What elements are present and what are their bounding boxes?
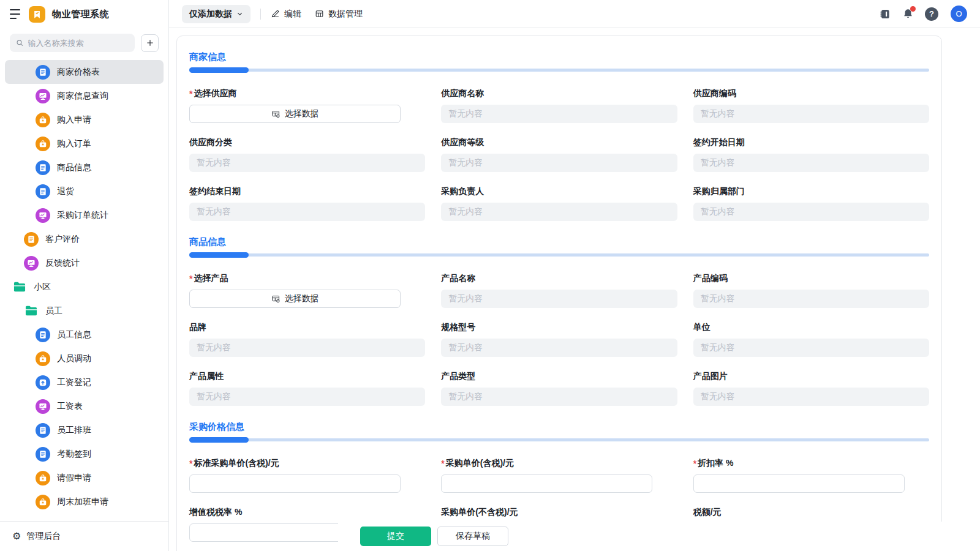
notification-dot	[910, 6, 916, 12]
sidebar-item[interactable]: 商品信息	[5, 156, 164, 179]
readonly-field: 暂无内容	[189, 388, 425, 406]
sidebar-item[interactable]: 员工信息	[5, 323, 164, 347]
doc-icon	[36, 184, 50, 199]
sidebar-item-label: 采购订单统计	[57, 210, 108, 221]
form-row: 签约结束日期 暂无内容 采购负责人 暂无内容 采购归属部门 暂无内容	[189, 186, 929, 221]
chevron-down-icon	[236, 10, 243, 17]
form-row: *选择供应商 选择数据 供应商名称 暂无内容 供应商编码 暂无内容	[189, 88, 929, 123]
section-title: 采购价格信息	[189, 422, 929, 432]
avatar[interactable]: O	[951, 6, 967, 22]
sidebar-item[interactable]: 客户评价	[5, 227, 164, 251]
form-field: 签约开始日期 暂无内容	[693, 137, 929, 172]
sidebar-item[interactable]: 周末加班申请	[5, 490, 164, 514]
mode-dropdown[interactable]: 仅添加数据	[182, 5, 251, 23]
text-input[interactable]	[189, 474, 401, 493]
edit-button-label: 编辑	[284, 9, 301, 20]
edit-button[interactable]: 编辑	[271, 9, 301, 20]
form-field: 供应商编码 暂无内容	[693, 88, 929, 123]
form-field: 规格型号 暂无内容	[441, 322, 677, 357]
briefcase-icon	[36, 471, 50, 485]
required-asterisk: *	[189, 274, 192, 283]
field-label: 产品名称	[441, 273, 677, 283]
form-section: 商家信息 *选择供应商 选择数据 供应商名称 暂无内容 供应商编码 暂无内容 供…	[189, 52, 929, 221]
field-label: 签约开始日期	[693, 137, 929, 148]
menu-toggle-icon[interactable]	[10, 9, 22, 19]
select-data-button[interactable]: 选择数据	[189, 290, 401, 308]
sidebar-item[interactable]: 员工排班	[5, 418, 164, 442]
briefcase-icon	[36, 113, 50, 127]
doc-icon	[36, 447, 50, 462]
field-label: 品牌	[189, 322, 425, 332]
sidebar: 物业管理系统 商家价格表 商家信息查询 购入申请 购入订单 商品信息 退货 采购…	[0, 0, 169, 551]
text-input[interactable]	[441, 474, 652, 493]
field-label: 产品属性	[189, 371, 425, 381]
readonly-field: 暂无内容	[189, 203, 425, 221]
avatar-letter: O	[956, 9, 962, 18]
select-data-button[interactable]: 选择数据	[189, 105, 401, 123]
readonly-field: 暂无内容	[441, 290, 677, 308]
search-box[interactable]	[10, 34, 135, 52]
sidebar-item-label: 小区	[34, 282, 51, 293]
field-label: *选择产品	[189, 273, 425, 283]
submit-button[interactable]: 提交	[360, 527, 431, 546]
toolbar: 仅添加数据 编辑 数据管理 ? O	[169, 0, 980, 28]
form-field: *选择供应商 选择数据	[189, 88, 425, 123]
field-label: *选择供应商	[189, 88, 425, 99]
section-progress-bar	[189, 437, 929, 443]
sidebar-item[interactable]: 反馈统计	[5, 251, 164, 275]
save-draft-button[interactable]: 保存草稿	[437, 527, 508, 546]
form-field: 产品名称 暂无内容	[441, 273, 677, 308]
field-label: 供应商分类	[189, 137, 425, 148]
help-icon: ?	[925, 7, 938, 21]
notifications-button[interactable]	[902, 8, 914, 20]
sidebar-item[interactable]: 采购订单统计	[5, 203, 164, 227]
sidebar-item-label: 请假申请	[57, 473, 91, 484]
sidebar-item[interactable]: 购入订单	[5, 132, 164, 156]
field-label: 采购单价(不含税)/元	[441, 507, 677, 517]
sidebar-item[interactable]: 工资表	[5, 394, 164, 418]
sidebar-item[interactable]: 员工	[5, 299, 164, 323]
form-field: 采购归属部门 暂无内容	[693, 186, 929, 221]
add-button[interactable]	[141, 34, 159, 52]
readonly-field: 暂无内容	[441, 154, 677, 172]
sidebar-item[interactable]: 退货	[5, 179, 164, 203]
field-label: 签约结束日期	[189, 186, 425, 197]
help-button[interactable]: ?	[925, 7, 938, 21]
field-label: 单位	[693, 322, 929, 332]
field-label: 采购负责人	[441, 186, 677, 197]
form-card: 商家信息 *选择供应商 选择数据 供应商名称 暂无内容 供应商编码 暂无内容 供…	[176, 36, 942, 551]
sidebar-item[interactable]: 购入申请	[5, 108, 164, 132]
sidebar-item[interactable]: 人员调动	[5, 347, 164, 370]
admin-backend-button[interactable]: ⚙ 管理后台	[0, 521, 168, 551]
sidebar-item[interactable]: 请假申请	[5, 466, 164, 490]
progress-fill	[189, 437, 249, 443]
mode-dropdown-label: 仅添加数据	[189, 9, 232, 20]
sidebar-item-label: 商家价格表	[57, 67, 100, 78]
form-field: 产品编码 暂无内容	[693, 273, 929, 308]
sidebar-item[interactable]: 考勤签到	[5, 442, 164, 466]
text-input[interactable]	[693, 474, 905, 493]
form-row: 产品属性 暂无内容 产品类型 暂无内容 产品图片 暂无内容	[189, 371, 929, 406]
sidebar-item-label: 员工排班	[57, 425, 91, 436]
sidebar-item[interactable]: 小区	[5, 275, 164, 299]
search-input[interactable]	[28, 39, 129, 48]
sidebar-item-label: 人员调动	[57, 353, 91, 364]
readonly-field: 暂无内容	[693, 339, 929, 357]
sidebar-item-label: 员工信息	[57, 329, 91, 340]
toolbar-divider	[260, 9, 261, 20]
panel-toggle-button[interactable]	[879, 8, 891, 20]
required-asterisk: *	[189, 459, 192, 468]
sidebar-menu: 商家价格表 商家信息查询 购入申请 购入订单 商品信息 退货 采购订单统计 客户…	[0, 60, 168, 521]
sidebar-item[interactable]: 商家价格表	[5, 60, 164, 84]
field-label: 供应商等级	[441, 137, 677, 148]
data-manage-button[interactable]: 数据管理	[315, 9, 363, 20]
sidebar-item-label: 购入订单	[57, 138, 91, 149]
required-asterisk: *	[441, 459, 444, 468]
form-section: 商品信息 *选择产品 选择数据 产品名称 暂无内容 产品编码 暂无内容 品牌 暂…	[189, 237, 929, 406]
sidebar-item[interactable]: 工资登记	[5, 370, 164, 394]
field-label: 增值税税率 %	[189, 507, 425, 517]
progress-track	[189, 69, 929, 72]
sidebar-item-label: 商家信息查询	[57, 91, 108, 102]
form-field: 采购负责人 暂无内容	[441, 186, 677, 221]
sidebar-item[interactable]: 商家信息查询	[5, 84, 164, 108]
